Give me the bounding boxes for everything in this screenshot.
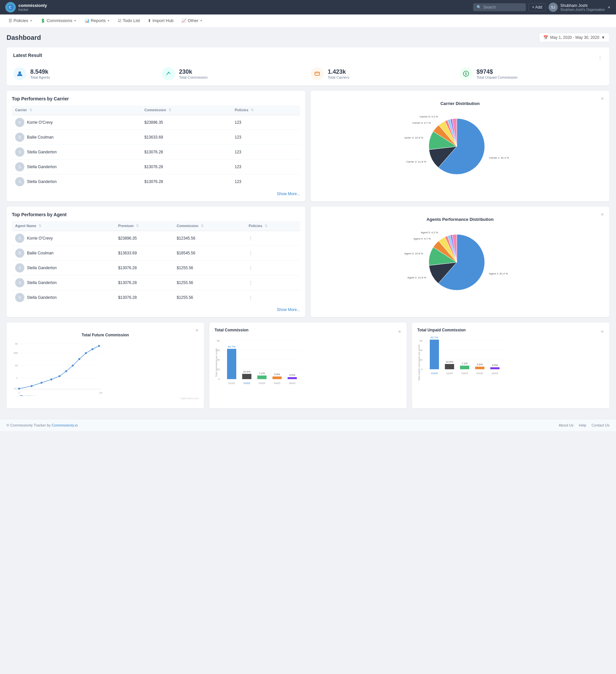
nav-item-import[interactable]: ⬆ Import Hub [144, 14, 177, 28]
svg-text:02/05: 02/05 [446, 372, 453, 375]
logo-sub: tracker [18, 8, 47, 11]
premium-cell: $13076.28 [115, 275, 173, 290]
total-unpaid-title: Total Unpaid Commission [417, 328, 466, 332]
pie-label: Carrier 5: 4.2 % [419, 115, 438, 118]
date-range-button[interactable]: 📅 May 1, 2020 - May 30, 2020 ▼ [539, 33, 609, 42]
total-commission-menu-icon[interactable]: ≡ [398, 329, 401, 334]
total-unpaid-commission-chart: 60 40 20 0 Total unpaid commission per m… [417, 336, 506, 402]
carrier-name: Bailie Coulman [27, 135, 53, 139]
svg-point-29 [92, 348, 94, 350]
agent-avatar: B [15, 133, 24, 142]
svg-point-25 [65, 370, 67, 372]
nav-item-other[interactable]: 📈 Other ▼ [178, 14, 206, 28]
navbar-center: 🔍 + Add SJ Shubham Joshi Shubham.Joshi's… [473, 3, 611, 12]
premium-cell: $13076.28 [115, 290, 173, 305]
carrier-name: Korrie O'Crevy [27, 120, 53, 125]
commission-cell: $12345.56 [173, 231, 245, 246]
add-button[interactable]: + Add [528, 3, 546, 11]
navbar: C commissionly tracker 🔍 + Add SJ Shubha… [0, 0, 616, 14]
stat-carriers: 1.423k Total Carriers [311, 67, 454, 80]
svg-rect-75 [475, 367, 484, 369]
nav-item-todo[interactable]: ☑ Todo List [115, 14, 143, 28]
nav-item-commissions[interactable]: 💲 Commissions ▼ [37, 14, 80, 28]
svg-text:7.2%: 7.2% [462, 362, 468, 365]
chart-credit: Highcharts.com [12, 397, 199, 400]
top-agents-header: Top Performers by Agent [12, 212, 300, 217]
stats-grid: 8.549k Total Agents 230k Total Commissio… [13, 67, 603, 80]
policies-cell: 123 [231, 130, 300, 145]
svg-text:Total commission per month: Total commission per month [215, 348, 218, 377]
svg-text:1k: 1k [15, 342, 18, 345]
stats-menu-icon[interactable]: ⋮ [598, 55, 603, 60]
user-org: Shubham.Joshi's Organisation [561, 8, 605, 11]
footer-link-contact[interactable]: Contact Us [592, 423, 609, 427]
future-commission-title: Total Future Commission [12, 333, 199, 337]
nav-label-todo: Todo List [123, 18, 140, 23]
pie-label: Agent 2: 11.8 % [407, 276, 426, 279]
agents-header-row: Agent Name ⇅ Premium ⇅ Commission ⇅ Poli… [12, 221, 300, 231]
svg-text:1: 1 [16, 376, 18, 379]
commission-cell: $1255.56 [173, 290, 245, 305]
carrier-distribution-chart: Carrier 1: 61.4 %Carrier 2: 11.8 %Carrie… [404, 109, 516, 184]
svg-text:62.7%: 62.7% [228, 345, 236, 348]
nav-item-reports[interactable]: 📊 Reports ▼ [81, 14, 113, 28]
col-commission: Commission ⇅ [173, 221, 245, 231]
svg-text:62.7%: 62.7% [431, 336, 438, 339]
svg-text:0.1: 0.1 [14, 387, 18, 390]
unpaid-label: Total Unpaid Commission [477, 75, 518, 79]
pie-label: Carrier 3: 10.9 % [404, 136, 423, 139]
search-input[interactable] [483, 5, 520, 10]
agent-avatar: S [15, 263, 24, 272]
svg-text:0: 0 [219, 377, 220, 380]
agent-cell: S Stella Ganderton [12, 275, 115, 290]
svg-point-30 [98, 345, 100, 347]
commission-cell: $13633.69 [141, 130, 231, 145]
unpaid-value: $974$ [477, 69, 518, 75]
stat-commission-info: 230k Total Commission [179, 69, 208, 79]
pie-label: Agent 5: 4.2 % [421, 231, 438, 234]
stat-unpaid-info: $974$ Total Unpaid Commission [477, 69, 518, 79]
svg-rect-69 [430, 340, 439, 369]
svg-text:4.0%: 4.0% [492, 364, 498, 367]
carriers-value: 1.423k [328, 69, 349, 75]
footer: © Commissionly Tracker by Commissionly.i… [0, 419, 616, 431]
footer-link-about[interactable]: About Us [559, 423, 574, 427]
pie-label: Carrier 4: 4.7 % [412, 121, 431, 124]
total-unpaid-menu-icon[interactable]: ≡ [601, 329, 604, 334]
footer-copyright: © Commissionly Tracker by Commissionly.i… [7, 423, 78, 427]
col-policies: Policies ⇅ [245, 221, 300, 231]
svg-text:100: 100 [13, 351, 18, 354]
agent-dist-menu-icon[interactable]: ≡ [601, 212, 604, 217]
col-commission: Commission ⇅ [141, 105, 231, 115]
table-row: B Bailie Coulman $13633.69 $18545.56 ⋮ [12, 246, 300, 261]
nav-item-policies[interactable]: ☰ Policies ▼ [5, 14, 36, 28]
svg-text:60: 60 [419, 339, 422, 342]
future-commission-chart: 1k 100 10 1 0.1 1 10 [12, 340, 104, 396]
agent-avatar: K [15, 234, 24, 243]
commission-value: 230k [179, 69, 208, 75]
future-commission-menu-icon[interactable]: ≡ [196, 328, 199, 333]
carrier-name: Stella Ganderton [27, 164, 56, 169]
unpaid-icon: $ [459, 67, 473, 80]
footer-brand-link[interactable]: Commissionly.io [52, 423, 78, 427]
carrier-dist-title: Carrier Distribution [316, 101, 604, 106]
top-carriers-title: Top Performers by Carrier [12, 96, 69, 101]
col-policies: Policies ⇅ [231, 105, 300, 115]
commission-label: Total Commission [179, 75, 208, 79]
policies-cell: 123 [231, 175, 300, 189]
stat-agents-info: 8.549k Total Agents [30, 69, 50, 79]
carriers-show-more[interactable]: Show More... [12, 192, 300, 196]
carrier-dist-menu-icon[interactable]: ≡ [601, 96, 604, 101]
avatar: SJ [548, 3, 558, 12]
pie-label: Agent 3: 10.9 % [404, 252, 423, 255]
agents-show-more[interactable]: Show More... [12, 307, 300, 312]
top-carriers-panel: Top Performers by Carrier Carrier ⇅ Comm… [7, 91, 305, 201]
search-box[interactable]: 🔍 [473, 3, 526, 11]
nav-label-commissions: Commissions [47, 18, 73, 23]
stat-commission: 230k Total Commission [162, 67, 305, 80]
footer-links: About Us Help Contact Us [559, 423, 609, 427]
footer-link-help[interactable]: Help [579, 423, 586, 427]
svg-rect-53 [287, 377, 297, 379]
policies-icon: ☰ [9, 18, 12, 23]
sort-icon: ⇅ [136, 224, 139, 228]
